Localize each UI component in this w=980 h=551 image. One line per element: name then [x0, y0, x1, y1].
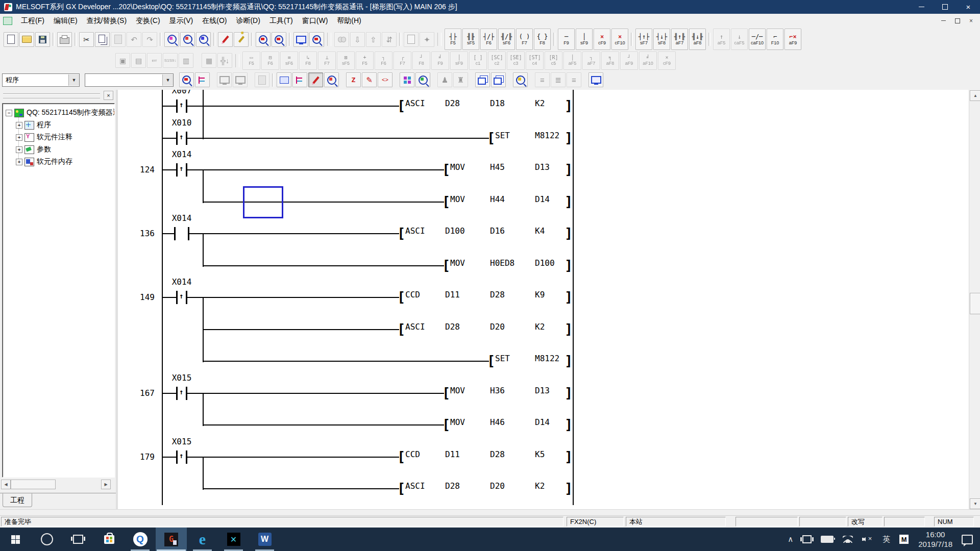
edit-cursor-selection-box[interactable]	[243, 186, 283, 218]
menu-item-3[interactable]: 变换(C)	[131, 14, 164, 28]
menu-item-2[interactable]: 查找/替换(S)	[82, 14, 132, 28]
mdi-child-icon[interactable]	[3, 17, 12, 25]
device-comment-edit-button[interactable]	[292, 72, 307, 87]
application-instruction-button[interactable]: { }F8	[534, 29, 551, 50]
menu-item-8[interactable]: 窗口(W)	[298, 14, 333, 28]
chevron-down-icon[interactable]: ▼	[68, 74, 79, 86]
minimize-button[interactable]	[910, 0, 933, 14]
ladder-editor-canvas[interactable]: ↑X007[ASCID28D18K2]↑X010[SETM8122]↑X0141…	[118, 90, 969, 509]
tray-chevron-icon[interactable]: ∧	[788, 535, 793, 544]
find-circle-zoom-button[interactable]	[415, 72, 430, 87]
sfc-line-corner-2-button[interactable]: ┌F7	[394, 52, 411, 70]
comment-tool-1-button[interactable]: ≡	[535, 72, 550, 87]
monitor-write-mode-button[interactable]	[272, 32, 286, 47]
wifi-icon[interactable]	[843, 536, 853, 543]
parallel-rising-pulse-button[interactable]: ╢↑╟aF7	[671, 29, 688, 50]
comment-display-button[interactable]	[217, 72, 232, 87]
ladder-vscrollbar[interactable]: ▲ ▼	[969, 90, 980, 509]
save-project-button[interactable]	[35, 32, 50, 47]
open-window-zoom-button[interactable]	[179, 72, 194, 87]
sfc-line-af5-button[interactable]: │aF5	[564, 52, 581, 70]
trace-figure-2-button[interactable]: ♜	[453, 72, 468, 87]
child-close-button[interactable]: ×	[964, 15, 978, 27]
ime-indicator[interactable]: M	[899, 535, 909, 544]
rising-pulse-contact-button[interactable]: ┤↑├sF7	[635, 29, 652, 50]
taskbar-gx-developer-button[interactable]: G	[156, 528, 187, 551]
block-select-combobox[interactable]: ▼	[85, 73, 174, 87]
sfc-dummy-step-button[interactable]: ⊟F6	[261, 52, 279, 70]
project-data-list-button[interactable]	[195, 72, 210, 87]
battery-icon[interactable]	[821, 536, 834, 543]
collapse-icon[interactable]: −	[6, 110, 12, 116]
language-indicator[interactable]: 英	[883, 535, 890, 544]
trace-figure-1-button[interactable]: ♟	[437, 72, 452, 87]
convert-program-ld-button[interactable]	[277, 72, 291, 87]
sfc-line-corner-3-button[interactable]: ┘F8	[412, 52, 430, 70]
open-contact-button[interactable]: ┤├F5	[445, 29, 461, 50]
sfc-r-c5-button[interactable]: [R]c5	[545, 52, 562, 70]
action-center-icon[interactable]	[962, 535, 973, 544]
clock[interactable]: 16:002019/7/18	[918, 530, 952, 549]
new-project-button[interactable]	[4, 32, 18, 47]
closed-contact-button[interactable]: ┤/├F6	[480, 29, 497, 50]
scroll-down-icon[interactable]: ▼	[970, 498, 980, 509]
online-program-monitor-button[interactable]	[309, 32, 324, 47]
menu-item-0[interactable]: 工程(F)	[16, 14, 49, 28]
comment-tool-3-button[interactable]: ≡	[567, 72, 581, 87]
child-restore-button[interactable]	[950, 15, 964, 27]
parallel-open-contact-button[interactable]: ╢╟sF5	[462, 29, 479, 50]
falling-pulse-contact-button[interactable]: ┤↓├sF8	[653, 29, 670, 50]
device-assign-button[interactable]: ╬↓	[217, 53, 232, 68]
sort-step-no-button[interactable]: S1S9↓	[163, 53, 178, 68]
scroll-left-icon[interactable]: ◀	[1, 480, 11, 489]
panel-grip[interactable]	[3, 93, 100, 99]
comment-tool-2-button[interactable]: ≣	[551, 72, 566, 87]
device-test-edit-button[interactable]: ✎	[362, 72, 377, 87]
delete-vertical-line-button[interactable]: ×cF10	[611, 29, 628, 50]
menu-item-5[interactable]: 在线(O)	[198, 14, 231, 28]
parallel-closed-contact-button[interactable]: ╢/╟sF6	[498, 29, 515, 50]
child-minimize-button[interactable]	[937, 15, 950, 27]
monitor-mode-button[interactable]	[256, 32, 271, 47]
taskbar-start-button[interactable]	[0, 528, 31, 551]
scroll-up-icon[interactable]: ▲	[970, 90, 980, 101]
up-branch-button[interactable]: ↑aF5	[713, 29, 730, 50]
redo-button[interactable]: ↷	[142, 32, 157, 47]
program-common-edit-button[interactable]: ▣	[115, 53, 130, 68]
taskbar-store-button[interactable]	[93, 528, 125, 551]
print-document-button[interactable]	[404, 32, 419, 47]
device-compare-button[interactable]: <>	[378, 72, 393, 87]
sfc-comment-c1-button[interactable]: [ ]c1	[469, 52, 487, 70]
write-to-plc-button[interactable]: ⇧	[366, 32, 381, 47]
hscroll-thumb[interactable]	[11, 480, 56, 489]
vertical-line-button[interactable]: │sF9	[576, 29, 593, 50]
sfc-block-start-button[interactable]: ≡sF6	[280, 52, 298, 70]
help-pointer-button[interactable]: ✦	[420, 32, 434, 47]
write-mode-pencil-button[interactable]	[218, 32, 233, 47]
down-branch-button[interactable]: ↓caF5	[731, 29, 748, 50]
block-copy-button[interactable]: ▤	[131, 53, 146, 68]
grid-display-button[interactable]: ▦	[202, 53, 216, 68]
sfc-transition-button[interactable]: ⊠sF5	[337, 52, 355, 70]
note-display-button[interactable]	[255, 72, 270, 87]
close-button[interactable]: ×	[957, 0, 980, 14]
vscroll-thumb[interactable]	[970, 293, 980, 314]
taskbar-word-button[interactable]: W	[249, 528, 280, 551]
write-mode-active-button[interactable]	[308, 72, 323, 87]
sfc-sc-c2-button[interactable]: [SC]c2	[488, 52, 506, 70]
menu-item-9[interactable]: 帮助(H)	[332, 14, 365, 28]
tree-item-3[interactable]: +软元件内存	[16, 157, 72, 167]
program-type-combobox[interactable]: 程序▼	[2, 73, 80, 87]
cascade-window-button[interactable]	[475, 72, 490, 87]
zoom-monitor-yellow-button[interactable]	[513, 72, 528, 87]
tree-root-item[interactable]: −QQ: 552171145制作变频器通讯	[6, 108, 115, 118]
copy-button[interactable]	[95, 32, 110, 47]
sfc-line-af8-button[interactable]: ╕aF8	[601, 52, 619, 70]
sfc-line-af7-button[interactable]: ┐aF7	[582, 52, 600, 70]
open-project-button[interactable]	[19, 32, 34, 47]
sfc-delete-line-button[interactable]: ×cF9	[658, 52, 676, 70]
taskbar-gx-works-button[interactable]: ✕	[218, 528, 249, 551]
menu-item-7[interactable]: 工具(T)	[265, 14, 298, 28]
volume-muted-icon[interactable]	[862, 536, 873, 543]
chevron-down-icon[interactable]: ▼	[162, 74, 173, 86]
